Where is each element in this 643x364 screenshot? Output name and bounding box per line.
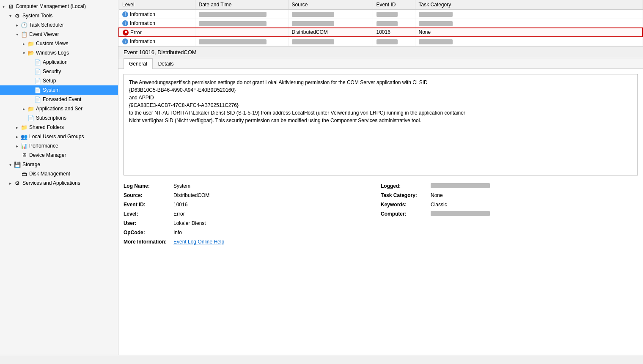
- sidebar-item-label-services-applications: Services and Applications: [22, 180, 80, 186]
- sidebar-item-label-forwarded-events: Forwarded Event: [43, 96, 81, 102]
- prop-opcode-label: OpCode:: [124, 230, 170, 235]
- sidebar-item-label-system-tools: System Tools: [22, 13, 52, 19]
- expand-icon[interactable]: ▸: [20, 107, 27, 111]
- expand-icon[interactable]: ▾: [7, 162, 14, 167]
- prop-computer-value-blurred: [431, 211, 490, 216]
- prop-user-label: User:: [124, 220, 170, 226]
- prop-task-category-label: Task Category:: [381, 192, 427, 198]
- expand-icon[interactable]: ▾: [14, 32, 20, 37]
- node-icon-folder-open: 📂: [27, 49, 35, 57]
- prop-user: User: Lokaler Dienst: [124, 219, 381, 227]
- sidebar-item-system-tools[interactable]: ▾⚙System Tools: [0, 11, 118, 20]
- sidebar-item-disk-management[interactable]: 🗃Disk Management: [0, 169, 118, 178]
- prop-keywords-value: Classic: [431, 202, 447, 208]
- sidebar-item-shared-folders[interactable]: ▸📁Shared Folders: [0, 123, 118, 132]
- expand-icon[interactable]: ▸: [14, 134, 20, 139]
- sidebar-item-apps-services[interactable]: ▸📁Applications and Ser: [0, 104, 118, 113]
- sidebar-item-label-security: Security: [43, 68, 61, 74]
- node-icon-log: 📄: [34, 58, 41, 66]
- node-icon-folder: 📁: [27, 105, 35, 112]
- col-level[interactable]: Level: [119, 0, 195, 10]
- sidebar-item-performance[interactable]: ▸📊Performance: [0, 141, 118, 151]
- event-title: Event 10016, DistributedCOM: [118, 47, 643, 58]
- sidebar-item-windows-logs[interactable]: ▾📂Windows Logs: [0, 48, 118, 57]
- sidebar-item-application[interactable]: 📄Application: [0, 57, 118, 67]
- cell-event-id: 10016: [373, 28, 415, 37]
- cell-source: DistributedCOM: [288, 28, 373, 37]
- cell-source: [288, 19, 373, 28]
- cell-event-id: [373, 10, 415, 19]
- table-row[interactable]: iInformation: [119, 19, 643, 28]
- prop-more-info-label: More Information:: [124, 239, 170, 245]
- props-left: Log Name: System Source: DistributedCOM …: [124, 182, 381, 246]
- cell-source: [288, 37, 373, 46]
- expand-icon[interactable]: ▾: [7, 14, 14, 18]
- prop-logged-label: Logged:: [381, 183, 427, 189]
- cell-task-category: [415, 19, 643, 28]
- prop-source-label: Source:: [124, 192, 170, 198]
- sidebar-item-device-manager[interactable]: 🖥Device Manager: [0, 151, 118, 160]
- prop-level-label: Level:: [124, 211, 170, 217]
- cell-level: ✕Error: [119, 28, 195, 37]
- expand-icon[interactable]: ▸: [14, 144, 20, 148]
- cell-datetime: [195, 37, 288, 46]
- sidebar-item-forwarded-events[interactable]: 📄Forwarded Event: [0, 95, 118, 104]
- prop-logged: Logged:: [381, 182, 638, 190]
- sidebar-item-label-task-scheduler: Task Scheduler: [29, 22, 64, 28]
- sidebar-item-label-local-users-groups: Local Users and Groups: [29, 134, 84, 140]
- prop-computer: Computer:: [381, 210, 638, 218]
- expand-icon[interactable]: ▸: [14, 23, 20, 27]
- sidebar-item-label-apps-services: Applications and Ser: [36, 106, 82, 112]
- cell-datetime: [195, 10, 288, 19]
- sidebar-item-label-performance: Performance: [29, 143, 58, 149]
- table-row[interactable]: iInformation: [119, 10, 643, 19]
- node-icon-log: 📄: [34, 77, 41, 85]
- cell-task-category: [415, 37, 643, 46]
- tab-details[interactable]: Details: [153, 58, 179, 69]
- sidebar-item-label-application: Application: [43, 59, 68, 65]
- props-right: Logged: Task Category: None Keywords: Cl…: [381, 182, 638, 246]
- prop-log-name: Log Name: System: [124, 182, 381, 190]
- sidebar-item-event-viewer[interactable]: ▾📋Event Viewer: [0, 30, 118, 39]
- node-icon-disk: 🗃: [20, 170, 28, 178]
- cell-level: iInformation: [119, 10, 195, 19]
- tabs-bar: General Details: [118, 58, 643, 69]
- sidebar: ▾🖥Computer Management (Local)▾⚙System To…: [0, 0, 118, 355]
- node-icon-clock: 🕐: [20, 21, 28, 29]
- expand-icon[interactable]: ▸: [20, 41, 27, 46]
- table-row[interactable]: iInformation: [119, 37, 643, 46]
- content-area: Level Date and Time Source Event ID Task…: [118, 0, 643, 355]
- cell-datetime: [195, 19, 288, 28]
- col-datetime[interactable]: Date and Time: [195, 0, 288, 10]
- sidebar-item-local-users-groups[interactable]: ▸👥Local Users and Groups: [0, 132, 118, 141]
- sidebar-item-security[interactable]: 📄Security: [0, 67, 118, 76]
- sidebar-item-system[interactable]: 📄System: [0, 85, 118, 95]
- node-icon-storage: 💾: [14, 161, 21, 168]
- col-eventid[interactable]: Event ID: [373, 0, 415, 10]
- col-source[interactable]: Source: [288, 0, 373, 10]
- event-props: Log Name: System Source: DistributedCOM …: [124, 182, 638, 246]
- event-log-online-help-link[interactable]: Event Log Online Help: [173, 239, 224, 245]
- expand-icon[interactable]: ▸: [7, 181, 14, 186]
- sidebar-item-custom-views[interactable]: ▸📁Custom Views: [0, 39, 118, 48]
- prop-keywords: Keywords: Classic: [381, 201, 638, 208]
- prop-event-id: Event ID: 10016: [124, 201, 381, 208]
- expand-icon[interactable]: ▸: [14, 125, 20, 130]
- sidebar-item-label-computer-management: Computer Management (Local): [16, 3, 86, 9]
- prop-task-category-value: None: [431, 192, 443, 198]
- event-detail: Event 10016, DistributedCOM General Deta…: [118, 47, 643, 355]
- sidebar-item-services-applications[interactable]: ▸⚙Services and Applications: [0, 178, 118, 188]
- sidebar-item-setup[interactable]: 📄Setup: [0, 76, 118, 85]
- table-row[interactable]: ✕ErrorDistributedCOM10016None: [119, 28, 643, 37]
- sidebar-item-storage[interactable]: ▾💾Storage: [0, 160, 118, 169]
- col-taskcategory[interactable]: Task Category: [415, 0, 643, 10]
- tab-general[interactable]: General: [124, 58, 153, 69]
- sidebar-item-computer-management[interactable]: ▾🖥Computer Management (Local): [0, 2, 118, 11]
- info-icon: i: [122, 38, 128, 44]
- expand-icon[interactable]: ▾: [0, 4, 7, 9]
- sidebar-item-subscriptions[interactable]: 📄Subscriptions: [0, 113, 118, 123]
- status-bar: [0, 355, 643, 364]
- sidebar-item-task-scheduler[interactable]: ▸🕐Task Scheduler: [0, 20, 118, 30]
- expand-icon[interactable]: ▾: [20, 51, 27, 55]
- sidebar-item-label-device-manager: Device Manager: [29, 152, 66, 158]
